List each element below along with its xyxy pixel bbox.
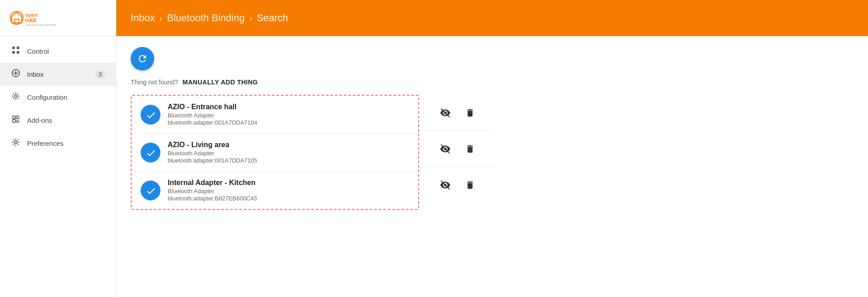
ignore-icon-1: [440, 144, 451, 154]
sidebar-nav: Control Inbox 3 Configuration: [0, 36, 116, 297]
svg-rect-14: [13, 120, 15, 122]
svg-text:HAB: HAB: [25, 17, 37, 23]
thing-not-found-text: Thing not found?: [131, 79, 178, 86]
svg-text:open: open: [25, 11, 38, 17]
sidebar-item-label-addons: Add-ons: [27, 116, 105, 124]
breadcrumb-inbox[interactable]: Inbox: [131, 12, 155, 24]
svg-rect-4: [12, 46, 15, 49]
config-gear-icon: [11, 92, 21, 102]
check-icon-2: [146, 186, 155, 195]
thing-name-1: AZIO - Living area: [168, 141, 409, 149]
thing-avatar-0: [141, 105, 160, 125]
thing-actions-1: [419, 131, 496, 167]
page-header: Inbox › Bluetooth Binding › Search: [116, 0, 868, 36]
logo-area: open HAB empowering the smart home: [0, 0, 116, 36]
svg-rect-7: [17, 51, 19, 54]
ignore-button-0[interactable]: [437, 105, 453, 121]
thing-actions-column: [419, 95, 496, 203]
thing-type-0: Bluetooth Adapter: [168, 112, 409, 119]
main-content: Inbox › Bluetooth Binding › Search Thing…: [116, 0, 868, 297]
svg-rect-13: [16, 116, 19, 119]
sidebar: open HAB empowering the smart home Contr…: [0, 0, 116, 297]
check-icon-0: [146, 110, 155, 120]
grid-icon: [11, 46, 21, 56]
sidebar-item-inbox[interactable]: Inbox 3: [0, 63, 116, 86]
thing-uid-1: bluetooth:adapter:001A7DDA7105: [168, 157, 409, 164]
svg-rect-12: [13, 116, 15, 119]
manually-add-thing-link[interactable]: MANUALLY ADD THING: [183, 79, 258, 86]
sidebar-item-addons[interactable]: Add-ons: [0, 109, 116, 132]
puzzle-icon: [11, 115, 21, 125]
ignore-button-2[interactable]: [437, 177, 453, 193]
sidebar-item-preferences[interactable]: Preferences: [0, 132, 116, 155]
check-icon-1: [146, 148, 155, 158]
preferences-gear-icon: [11, 138, 21, 148]
thing-info-1: AZIO - Living area Bluetooth Adapter blu…: [168, 141, 409, 164]
openhab-logo: open HAB empowering the smart home: [9, 9, 72, 26]
thing-type-1: Bluetooth Adapter: [168, 150, 409, 157]
delete-icon-0: [465, 108, 475, 118]
breadcrumb: Inbox › Bluetooth Binding › Search: [131, 12, 288, 24]
thing-type-2: Bluetooth Adapter: [168, 188, 409, 195]
thing-avatar-1: [141, 143, 160, 162]
svg-text:empowering the smart home: empowering the smart home: [25, 23, 56, 26]
manual-add-row: Thing not found? MANUALLY ADD THING: [131, 79, 854, 86]
things-dashed-container: AZIO - Entrance hall Bluetooth Adapter b…: [131, 95, 419, 210]
ignore-button-1[interactable]: [437, 141, 453, 157]
breadcrumb-sep-1: ›: [160, 13, 163, 23]
thing-uid-2: bluetooth:adapter:B827EB600C43: [168, 195, 409, 202]
plus-circle-icon: [11, 69, 21, 79]
thing-name-0: AZIO - Entrance hall: [168, 103, 409, 111]
thing-row-0: AZIO - Entrance hall Bluetooth Adapter b…: [132, 96, 418, 134]
delete-button-1[interactable]: [462, 141, 478, 157]
thing-info-2: Internal Adapter - Kitchen Bluetooth Ada…: [168, 179, 409, 202]
thing-row-2: Internal Adapter - Kitchen Bluetooth Ada…: [132, 172, 418, 209]
refresh-icon: [137, 53, 148, 64]
breadcrumb-bluetooth[interactable]: Bluetooth Binding: [167, 12, 245, 24]
sidebar-item-configuration[interactable]: Configuration: [0, 86, 116, 109]
delete-button-2[interactable]: [462, 177, 478, 193]
delete-icon-1: [465, 144, 475, 154]
delete-icon-2: [465, 180, 475, 190]
ignore-icon-0: [440, 107, 451, 118]
svg-rect-6: [12, 51, 15, 54]
svg-point-15: [14, 141, 17, 144]
inbox-badge: 3: [96, 70, 105, 79]
sidebar-item-label-inbox: Inbox: [27, 70, 89, 78]
thing-actions-0: [419, 95, 496, 131]
content-area: Thing not found? MANUALLY ADD THING AZIO: [116, 36, 868, 297]
svg-rect-5: [17, 46, 19, 49]
thing-uid-0: bluetooth:adapter:001A7DDA7104: [168, 119, 409, 126]
thing-name-2: Internal Adapter - Kitchen: [168, 179, 409, 187]
thing-actions-2: [419, 167, 496, 203]
sidebar-item-control[interactable]: Control: [0, 40, 116, 63]
svg-point-0: [10, 11, 23, 24]
ignore-icon-2: [440, 180, 451, 190]
sidebar-item-label-control: Control: [27, 47, 105, 55]
sidebar-item-label-preferences: Preferences: [27, 139, 105, 147]
things-list: AZIO - Entrance hall Bluetooth Adapter b…: [131, 95, 854, 210]
breadcrumb-sep-2: ›: [249, 13, 252, 23]
thing-info-0: AZIO - Entrance hall Bluetooth Adapter b…: [168, 103, 409, 126]
svg-point-11: [14, 95, 17, 97]
sidebar-item-label-configuration: Configuration: [27, 93, 105, 101]
thing-row-1: AZIO - Living area Bluetooth Adapter blu…: [132, 134, 418, 172]
refresh-button[interactable]: [131, 47, 154, 70]
breadcrumb-search: Search: [257, 12, 288, 24]
thing-avatar-2: [141, 181, 160, 200]
delete-button-0[interactable]: [462, 105, 478, 121]
things-flex-wrapper: AZIO - Entrance hall Bluetooth Adapter b…: [131, 95, 854, 210]
